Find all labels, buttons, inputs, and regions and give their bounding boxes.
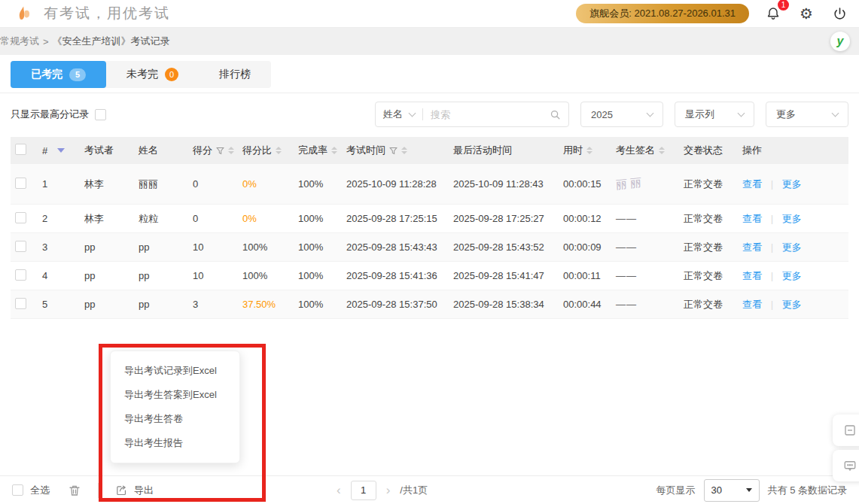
more-link[interactable]: 更多 <box>782 270 802 281</box>
row-checkbox[interactable] <box>15 269 26 281</box>
export-menu-popup: 导出考试记录到Excel 导出考生答案到Excel 导出考生答卷 导出考生报告 <box>110 351 240 463</box>
sort-icons[interactable] <box>276 147 282 154</box>
filter-funnel-icon[interactable] <box>389 147 398 155</box>
only-highest-score-checkbox[interactable] <box>95 109 106 120</box>
select-all-checkbox-header[interactable] <box>15 144 26 155</box>
membership-badge: 旗舰会员: 2021.08.27-2026.01.31 <box>576 4 749 23</box>
sort-desc-icon[interactable] <box>57 148 65 153</box>
export-button[interactable]: 导出 <box>115 484 154 497</box>
search-field-selector[interactable]: 姓名 <box>383 108 403 121</box>
view-link[interactable]: 查看 <box>742 213 762 224</box>
row-index: 5 <box>42 299 47 310</box>
last-activity-cell: 2025-09-28 15:38:34 <box>453 299 563 310</box>
search-combo: 姓名 <box>375 102 569 127</box>
divider <box>98 483 99 498</box>
year-select[interactable]: 2025 <box>580 102 663 127</box>
next-page-button[interactable]: › <box>386 483 391 498</box>
settings-button[interactable]: ⚙ <box>797 5 815 23</box>
chevron-down-icon <box>832 110 839 117</box>
column-header-examiner: 考试者 <box>84 144 139 157</box>
tab-unfinished[interactable]: 未考完 0 <box>106 61 199 88</box>
last-activity-cell: 2025-09-28 17:25:27 <box>453 213 563 224</box>
view-link[interactable]: 查看 <box>742 241 762 253</box>
select-all-label[interactable]: 全选 <box>30 484 50 497</box>
columns-select-label: 显示列 <box>685 108 714 121</box>
row-checkbox[interactable] <box>15 178 26 189</box>
column-header-completion: 完成率 <box>298 144 327 157</box>
examiner-cell: pp <box>84 241 139 253</box>
search-icon[interactable] <box>550 109 561 120</box>
notifications-button[interactable]: 1 <box>764 5 782 23</box>
view-link[interactable]: 查看 <box>742 270 762 281</box>
row-index: 1 <box>42 178 47 190</box>
table-body: 1 林李 丽丽 0 0% 100% 2025-10-09 11:28:28 20… <box>11 164 848 319</box>
form-panel-button[interactable] <box>833 414 859 446</box>
completion-cell: 100% <box>298 241 346 253</box>
row-checkbox[interactable] <box>15 212 26 223</box>
search-input[interactable] <box>431 109 550 120</box>
app-logo-icon <box>15 5 33 23</box>
logout-button[interactable] <box>830 5 848 23</box>
breadcrumb-parent[interactable]: 常规考试 <box>0 35 39 48</box>
more-link[interactable]: 更多 <box>782 213 802 224</box>
view-link[interactable]: 查看 <box>742 299 762 310</box>
more-link[interactable]: 更多 <box>782 178 802 190</box>
duration-cell: 00:00:11 <box>563 270 616 281</box>
per-page-value: 30 <box>711 484 722 496</box>
only-highest-score-toggle[interactable]: 只显示最高分记录 <box>11 108 106 121</box>
export-menu-item[interactable]: 导出考生答卷 <box>111 407 239 431</box>
row-checkbox[interactable] <box>15 241 26 252</box>
divider <box>422 108 423 120</box>
view-link[interactable]: 查看 <box>742 178 762 190</box>
name-cell: pp <box>139 299 193 310</box>
name-cell: 粒粒 <box>139 212 193 226</box>
score-pct-cell: 100% <box>242 270 267 281</box>
total-records-label: 共有 5 条数据记录 <box>768 484 847 497</box>
submit-status-cell: 正常交卷 <box>684 298 742 311</box>
columns-select[interactable]: 显示列 <box>675 102 754 127</box>
exam-time-cell: 2025-09-28 17:25:15 <box>346 213 453 224</box>
gear-icon: ⚙ <box>800 6 813 21</box>
select-all-checkbox[interactable] <box>12 484 23 496</box>
sort-icons[interactable] <box>228 147 234 154</box>
sort-icons[interactable] <box>586 147 592 154</box>
per-page-label: 每页显示 <box>656 484 696 497</box>
trash-icon[interactable] <box>68 484 81 497</box>
export-label: 导出 <box>134 484 154 497</box>
tab-ranking[interactable]: 排行榜 <box>199 61 271 88</box>
duration-cell: 00:00:15 <box>563 178 616 190</box>
prev-page-button[interactable]: ‹ <box>337 483 341 498</box>
exam-time-cell: 2025-09-28 15:43:43 <box>346 241 453 253</box>
sort-icons[interactable] <box>659 147 665 154</box>
column-header-status: 交卷状态 <box>684 144 742 157</box>
name-cell: 丽丽 <box>139 178 193 191</box>
more-select[interactable]: 更多 <box>766 102 848 127</box>
more-link[interactable]: 更多 <box>782 299 802 310</box>
export-menu-item[interactable]: 导出考生报告 <box>111 431 239 455</box>
score-pct-cell: 37.50% <box>242 299 276 310</box>
score-cell: 3 <box>193 299 242 310</box>
helper-bubble-button[interactable]: y <box>830 32 850 51</box>
more-link[interactable]: 更多 <box>782 241 802 253</box>
filter-funnel-icon[interactable] <box>216 147 224 155</box>
tab-finished[interactable]: 已考完 5 <box>11 61 106 88</box>
table-row: 3 pp pp 10 100% 100% 2025-09-28 15:43:43… <box>11 233 848 262</box>
per-page-select[interactable]: 30 <box>704 479 760 502</box>
current-page-box[interactable]: 1 <box>351 481 376 500</box>
name-cell: pp <box>139 241 193 253</box>
sort-icons[interactable] <box>331 147 337 154</box>
column-header-index[interactable]: # <box>42 145 47 156</box>
action-separator: | <box>771 178 773 190</box>
duration-cell: 00:00:09 <box>563 241 616 253</box>
chat-panel-button[interactable] <box>833 450 859 481</box>
examiner-cell: pp <box>84 270 139 281</box>
export-menu-item[interactable]: 导出考试记录到Excel <box>111 359 239 383</box>
last-activity-cell: 2025-09-28 15:41:47 <box>453 270 563 281</box>
year-select-value: 2025 <box>591 109 613 120</box>
footer-bar: 全选 导出 ‹ 1 › /共1页 每页显示 30 共有 5 条数据记录 <box>0 475 859 504</box>
sort-icons[interactable] <box>401 147 407 154</box>
table-row: 4 pp pp 10 100% 100% 2025-09-28 15:41:36… <box>11 262 848 290</box>
export-menu-item[interactable]: 导出考生答案到Excel <box>111 383 239 407</box>
action-separator: | <box>771 270 773 281</box>
row-checkbox[interactable] <box>15 298 26 309</box>
